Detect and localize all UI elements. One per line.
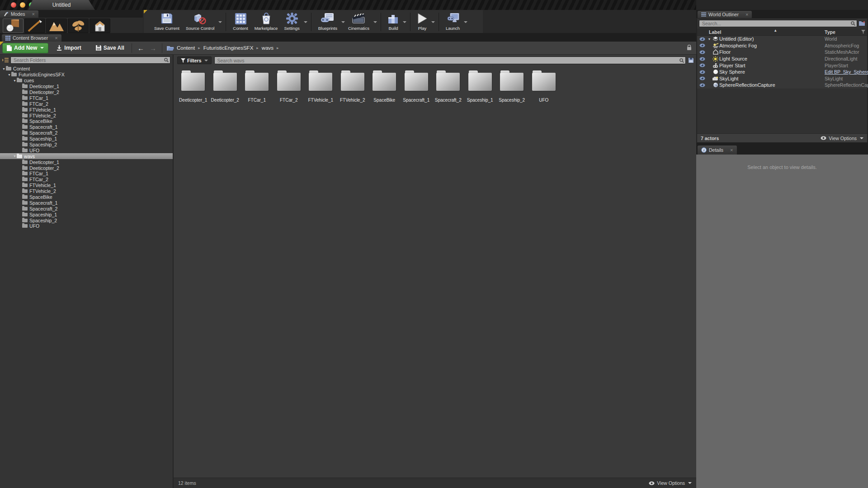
filters-button[interactable]: Filters <box>177 56 212 64</box>
asset-folder-ftvehicle_1[interactable]: FTVehicle_1 <box>305 69 337 108</box>
sources-toggle-icon[interactable] <box>2 57 9 63</box>
search-assets-input[interactable] <box>214 56 686 64</box>
search-folders-input[interactable] <box>10 56 170 64</box>
eye-visibility-icon[interactable] <box>697 70 707 74</box>
tree-item-ufo[interactable]: UFO <box>0 223 173 229</box>
asset-folder-ftvehicle_2[interactable]: FTVehicle_2 <box>337 69 369 108</box>
tree-item-deeticopter_2[interactable]: Deeticopter_2 <box>0 165 173 171</box>
expanded-caret-icon[interactable]: ▼ <box>13 155 17 158</box>
eye-visibility-icon[interactable] <box>697 76 707 80</box>
build-button[interactable]: Build <box>385 11 402 33</box>
close-icon[interactable]: × <box>730 147 733 153</box>
window-close-button[interactable] <box>11 2 16 8</box>
view-options-button[interactable]: View Options <box>649 480 692 486</box>
eye-visibility-icon[interactable] <box>697 43 707 47</box>
eye-visibility-icon[interactable] <box>697 37 707 41</box>
tab-world-outliner[interactable]: World Outliner × <box>698 11 752 18</box>
column-type[interactable]: Type <box>825 29 835 35</box>
chevron-down-icon[interactable] <box>403 21 406 23</box>
tree-item-ftcar_1[interactable]: FTCar_1 <box>0 171 173 177</box>
tree-item-deeticopter_1[interactable]: Deeticopter_1 <box>0 84 173 89</box>
save-current-button[interactable]: Save Current <box>151 11 183 33</box>
close-icon[interactable]: × <box>745 12 748 17</box>
mode-button-place-mode[interactable] <box>3 19 24 33</box>
outliner-row-atmospheric-fog[interactable]: Atmospheric FogAtmosphericFog <box>697 42 867 49</box>
save-all-button[interactable]: Save All <box>91 43 129 53</box>
tree-item-spaceship_1[interactable]: Spaceship_1 <box>0 211 173 217</box>
tree-item-ftcar_1[interactable]: FTCar_1 <box>0 95 173 101</box>
tree-item-deeticopter_2[interactable]: Deeticopter_2 <box>0 89 173 95</box>
close-icon[interactable]: × <box>32 11 35 17</box>
eye-visibility-icon[interactable] <box>697 83 707 87</box>
tree-item-spacebike[interactable]: SpaceBike <box>0 118 173 124</box>
source-control-button[interactable]: Source Control <box>183 11 217 33</box>
new-folder-icon[interactable] <box>859 21 865 26</box>
close-icon[interactable]: × <box>55 35 57 41</box>
add-new-button[interactable]: Add New <box>2 43 48 53</box>
outliner-row-skylight[interactable]: SkyLightSkyLight <box>697 75 867 82</box>
expanded-caret-icon[interactable]: ▼ <box>13 79 17 82</box>
asset-folder-ftcar_2[interactable]: FTCar_2 <box>273 69 305 108</box>
tree-item-deeticopter_1[interactable]: Deeticopter_1 <box>0 159 173 165</box>
expanded-caret-icon[interactable]: ▼ <box>7 73 11 76</box>
tree-item-spacebike[interactable]: SpaceBike <box>0 194 173 200</box>
asset-folder-ufo[interactable]: UFO <box>528 69 560 108</box>
outliner-row-untitled-editor-[interactable]: ▼Untitled (Editor)World <box>697 36 867 42</box>
tree-item-spacecraft_2[interactable]: Spacecraft_2 <box>0 206 173 211</box>
actor-type-edit-link[interactable]: Edit BP_Sky_Sphere <box>825 69 868 75</box>
save-search-icon[interactable] <box>689 58 693 63</box>
lock-icon[interactable] <box>687 45 692 51</box>
tab-details[interactable]: i Details × <box>698 145 737 155</box>
tree-item-ftvehicle_1[interactable]: FTVehicle_1 <box>0 107 173 113</box>
eye-visibility-icon[interactable] <box>697 57 707 61</box>
level-tab[interactable]: Untitled <box>28 0 95 10</box>
tree-item-cues[interactable]: ▼cues <box>0 78 173 84</box>
mode-button-foliage-mode[interactable] <box>68 19 89 33</box>
asset-folder-spaceship_1[interactable]: Spaceship_1 <box>464 69 496 108</box>
tree-item-ftcar_2[interactable]: FTCar_2 <box>0 101 173 107</box>
asset-folder-spacecraft_2[interactable]: Spacecraft_2 <box>432 69 464 108</box>
tree-item-ftvehicle_1[interactable]: FTVehicle_1 <box>0 183 173 188</box>
outliner-search-input[interactable] <box>699 20 857 27</box>
eye-visibility-icon[interactable] <box>697 63 707 67</box>
import-button[interactable]: Import <box>52 43 85 53</box>
back-arrow-icon[interactable]: ← <box>135 44 147 52</box>
window-minimize-button[interactable] <box>20 2 25 8</box>
tree-item-spaceship_2[interactable]: Spaceship_2 <box>0 217 173 223</box>
tree-item-spacecraft_1[interactable]: Spacecraft_1 <box>0 124 173 130</box>
breadcrumb-content[interactable]: Content <box>177 45 195 51</box>
tab-content-browser[interactable]: Content Browser × <box>2 34 61 42</box>
outliner-row-player-start[interactable]: Player StartPlayerStart <box>697 62 867 69</box>
tree-item-wavs[interactable]: ▼wavs <box>0 153 173 159</box>
settings-button[interactable]: Settings <box>281 11 302 33</box>
expanded-caret-icon[interactable]: ▼ <box>2 67 6 70</box>
expanded-caret-icon[interactable]: ▼ <box>707 38 712 41</box>
chevron-down-icon[interactable] <box>304 21 307 23</box>
forward-arrow-icon[interactable]: → <box>147 44 159 52</box>
tree-item-spaceship_2[interactable]: Spaceship_2 <box>0 142 173 148</box>
breadcrumb-wavs[interactable]: wavs <box>262 45 274 51</box>
tree-item-spaceship_1[interactable]: Spaceship_1 <box>0 136 173 142</box>
filter-icon[interactable] <box>861 30 865 34</box>
launch-button[interactable]: Launch <box>443 11 463 33</box>
tree-item-futuristicenginessfx[interactable]: ▼FuturisticEnginesSFX <box>0 72 173 78</box>
outliner-row-spherereflectioncapture[interactable]: SphereReflectionCaptureSphereReflectionC… <box>697 82 867 89</box>
asset-folder-deeticopter_2[interactable]: Deeticopter_2 <box>209 69 241 108</box>
asset-folder-spacecraft_1[interactable]: Spacecraft_1 <box>401 69 433 108</box>
mode-button-paint-mode[interactable] <box>24 19 45 33</box>
blueprints-button[interactable]: Blueprints <box>315 11 340 33</box>
tree-item-ufo[interactable]: UFO <box>0 147 173 153</box>
column-label[interactable]: Label <box>709 29 721 35</box>
tab-modes[interactable]: Modes × <box>0 10 38 18</box>
tree-item-spacecraft_1[interactable]: Spacecraft_1 <box>0 200 173 206</box>
tree-item-content[interactable]: ▼Content <box>0 66 173 72</box>
outliner-view-options-button[interactable]: View Options <box>821 136 863 141</box>
asset-folder-spaceship_2[interactable]: Spaceship_2 <box>496 69 528 108</box>
eye-visibility-icon[interactable] <box>697 50 707 54</box>
asset-folder-spacebike[interactable]: SpaceBike <box>368 69 401 108</box>
tree-item-ftvehicle_2[interactable]: FTVehicle_2 <box>0 188 173 194</box>
outliner-row-floor[interactable]: FloorStaticMeshActor <box>697 49 867 56</box>
cinematics-button[interactable]: Cinematics <box>345 11 373 33</box>
tree-item-spacecraft_2[interactable]: Spacecraft_2 <box>0 130 173 136</box>
content-button[interactable]: Content <box>230 11 251 33</box>
